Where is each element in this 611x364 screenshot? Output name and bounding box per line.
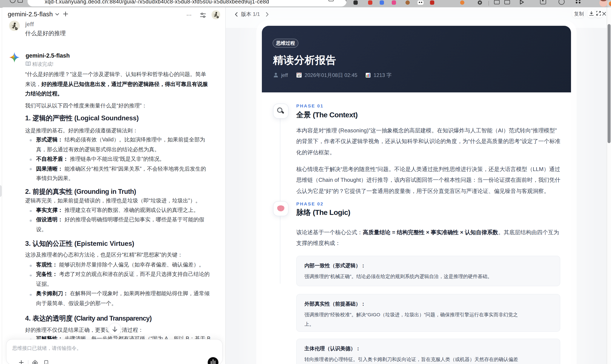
svg-text:17: 17 [298,74,301,77]
